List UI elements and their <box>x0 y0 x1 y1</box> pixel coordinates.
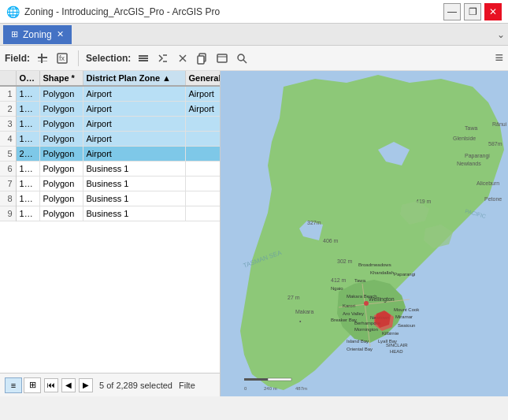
table-row[interactable]: 71902PolygonBusiness 1 <box>0 177 220 191</box>
table-cell <box>185 132 220 147</box>
header-generalized-zone[interactable]: Generalized Zone <box>185 71 220 86</box>
svg-text:Paparangi: Paparangi <box>394 272 415 277</box>
svg-text:Glenlside: Glenlside <box>453 136 476 141</box>
close-button[interactable]: ✕ <box>484 3 502 20</box>
svg-text:Seatoun: Seatoun <box>398 323 415 328</box>
table-cell: Airport <box>83 132 185 147</box>
table-cell: Airport <box>83 86 185 102</box>
table-cell: 1906 <box>16 206 39 221</box>
table-cell: Polygon <box>39 191 83 206</box>
minimize-button[interactable]: — <box>443 3 461 20</box>
svg-rect-69 <box>268 378 291 381</box>
svg-rect-2 <box>38 61 47 61</box>
selection-label: Selection: <box>86 53 131 64</box>
table-cell <box>185 162 220 177</box>
view-buttons[interactable]: ≡ ⊞ <box>5 377 41 393</box>
nav-first-button[interactable]: ⏮ <box>44 378 58 392</box>
table-view-button[interactable]: ≡ <box>5 377 22 393</box>
table-row[interactable]: 41670PolygonAirport <box>0 132 220 147</box>
table-cell: Airport <box>185 102 220 117</box>
table-row[interactable]: 52171PolygonAirport <box>0 147 220 162</box>
svg-text:Petone: Petone <box>484 196 502 202</box>
svg-text:Island Bay: Island Bay <box>347 339 369 344</box>
svg-text:fx: fx <box>59 54 65 62</box>
svg-text:27 m: 27 m <box>287 295 300 300</box>
select-btn-3[interactable] <box>174 50 191 67</box>
svg-text:327m: 327m <box>307 220 321 225</box>
table-body: 11667PolygonAirportAirport724.0152233187… <box>0 86 220 221</box>
header-shape[interactable]: Shape * <box>39 71 83 86</box>
svg-text:Tawa: Tawa <box>465 125 477 131</box>
table-header: OBJECTID * Shape * District Plan Zone ▲ … <box>0 71 220 86</box>
selection-section: Selection: <box>86 50 250 67</box>
svg-text:Rānui: Rānui <box>492 121 507 127</box>
table-cell: Airport <box>185 86 220 102</box>
table-cell: Business 1 <box>83 206 185 221</box>
field-section: Field: fx <box>5 50 71 67</box>
table-cell: Business 1 <box>83 191 185 206</box>
svg-line-15 <box>243 60 247 63</box>
maximize-button[interactable]: ❐ <box>464 3 481 20</box>
table-row[interactable]: 11667PolygonAirportAirport724.0152233187… <box>0 86 220 102</box>
header-district-plan-zone[interactable]: District Plan Zone ▲ <box>83 71 185 86</box>
select-btn-6[interactable] <box>233 50 250 67</box>
header-objectid[interactable]: OBJECTID * <box>16 71 39 86</box>
chart-view-button[interactable]: ⊞ <box>24 377 41 393</box>
tab-close-button[interactable]: ✕ <box>57 29 64 39</box>
attribute-table: OBJECTID * Shape * District Plan Zone ▲ … <box>0 71 221 396</box>
svg-text:Makara Beach: Makara Beach <box>347 294 377 299</box>
table-wrapper[interactable]: OBJECTID * Shape * District Plan Zone ▲ … <box>0 71 220 373</box>
map-view[interactable]: TASMAN SEA PACIFIC Wellington Tawa Papar… <box>221 71 508 396</box>
nav-prev-button[interactable]: ◀ <box>61 378 76 392</box>
svg-text:Khandallah: Khandallah <box>370 270 394 275</box>
svg-text:Breaker Bay: Breaker Bay <box>331 318 357 322</box>
table-cell: Business 1 <box>83 177 185 191</box>
svg-text:487m: 487m <box>295 386 307 391</box>
toolbar-menu-button[interactable]: ≡ <box>495 50 503 66</box>
table-cell: Airport <box>83 147 185 162</box>
table-row[interactable]: 31669PolygonAirport <box>0 117 220 132</box>
table-cell: Polygon <box>39 86 83 102</box>
svg-text:412 m: 412 m <box>331 277 347 283</box>
svg-text:302 m: 302 m <box>337 258 353 264</box>
select-btn-2[interactable] <box>154 50 172 67</box>
svg-rect-68 <box>244 378 268 381</box>
table-cell: 1668 <box>16 102 39 117</box>
svg-rect-5 <box>139 55 148 57</box>
table-cell <box>185 147 220 162</box>
select-btn-4[interactable] <box>194 50 211 67</box>
data-table: OBJECTID * Shape * District Plan Zone ▲ … <box>0 71 220 221</box>
field-btn-2[interactable]: fx <box>54 50 71 67</box>
svg-rect-11 <box>198 56 204 64</box>
table-row[interactable]: 61876PolygonBusiness 1 <box>0 162 220 177</box>
window-controls[interactable]: — ❐ ✕ <box>443 3 502 20</box>
table-cell: 7 <box>0 177 16 191</box>
svg-text:Aro Valley: Aro Valley <box>343 311 364 316</box>
svg-text:Aliceburn: Aliceburn <box>476 180 499 186</box>
table-cell: Polygon <box>39 162 83 177</box>
svg-text:Newlands: Newlands <box>457 161 481 166</box>
field-btn-1[interactable] <box>34 50 51 67</box>
table-row[interactable]: 91906PolygonBusiness 1 <box>0 206 220 221</box>
table-cell <box>185 117 220 132</box>
app-icon: 🌐 <box>6 6 20 18</box>
tab-overflow-button[interactable]: ⌄ <box>497 29 505 40</box>
table-cell: Airport <box>83 117 185 132</box>
svg-text:Ngaio: Ngaio <box>331 286 343 291</box>
table-cell: Polygon <box>39 102 83 117</box>
table-cell: 4 <box>0 132 16 147</box>
table-row[interactable]: 81905PolygonBusiness 1 <box>0 191 220 206</box>
svg-text:Mount Cook: Mount Cook <box>394 307 420 312</box>
svg-text:Broadmeadows: Broadmeadows <box>358 262 391 267</box>
svg-text:Mornington: Mornington <box>354 327 378 332</box>
table-row[interactable]: 21668PolygonAirportAirport278.8059244451… <box>0 102 220 117</box>
table-cell: 1905 <box>16 191 39 206</box>
tab-zoning[interactable]: ⊞ Zoning ✕ <box>3 25 72 44</box>
tab-label: Zoning <box>23 29 52 40</box>
svg-text:SINCLAIR: SINCLAIR <box>386 343 408 348</box>
svg-text:587m: 587m <box>488 141 502 147</box>
table-cell: Business 1 <box>83 162 185 177</box>
nav-next-button[interactable]: ▶ <box>79 378 93 392</box>
select-btn-1[interactable] <box>135 50 152 67</box>
select-btn-5[interactable] <box>213 50 231 67</box>
